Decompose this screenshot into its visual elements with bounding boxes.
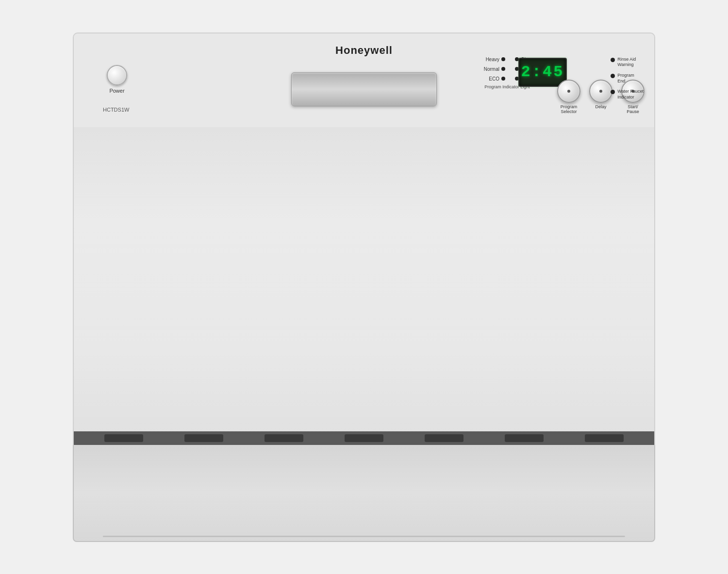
rinse-aid-row: Rinse AidWarning (611, 57, 644, 68)
program-selector-knob[interactable] (557, 80, 580, 103)
vent-slot-5 (425, 434, 463, 442)
vent-slot-2 (184, 434, 223, 442)
normal-label: Normal (479, 66, 499, 72)
program-end-row: ProgramEnd (611, 73, 644, 84)
bottom-tray (73, 445, 655, 542)
delay-knob-dot (599, 90, 602, 93)
model-number: HCTDS1W (103, 107, 129, 113)
vent-slot-3 (265, 434, 303, 442)
vent-slot-7 (585, 434, 624, 442)
dishwasher: Honeywell Power HCTDS1W Heavy Glass Norm… (73, 33, 655, 542)
control-panel: Honeywell Power HCTDS1W Heavy Glass Norm… (73, 33, 655, 127)
eco-led (501, 77, 505, 81)
normal-led (501, 67, 505, 71)
brand-title: Honeywell (335, 44, 393, 57)
water-faucet-row: Water FaucetIndicator (611, 89, 644, 100)
main-door (73, 127, 655, 445)
heavy-label: Heavy (479, 57, 499, 62)
vent-slot-6 (505, 434, 544, 442)
rinse-aid-led (611, 58, 615, 62)
program-selector-label: ProgramSelector (561, 104, 578, 115)
vent-slot-1 (104, 434, 143, 442)
program-selector-group: ProgramSelector (557, 80, 580, 115)
display-time: 2:45 (521, 63, 564, 81)
vent-slot-4 (345, 434, 383, 442)
start-pause-label: Start/Pause (627, 104, 639, 115)
vent-strip (74, 431, 654, 445)
power-button[interactable] (107, 65, 127, 85)
water-faucet-led (611, 90, 615, 94)
delay-knob[interactable] (589, 80, 612, 103)
heavy-led (501, 57, 505, 61)
bottom-tray-detail (103, 536, 625, 537)
right-indicators-section: Rinse AidWarning ProgramEnd Water Faucet… (611, 57, 644, 100)
delay-group: Delay (589, 80, 612, 110)
door-handle[interactable] (291, 72, 437, 106)
program-end-led (611, 74, 615, 78)
delay-label: Delay (595, 104, 606, 110)
rinse-aid-label: Rinse AidWarning (617, 57, 636, 68)
water-faucet-label: Water FaucetIndicator (617, 89, 644, 100)
power-button-area: Power (107, 65, 127, 94)
program-end-label: ProgramEnd (617, 73, 634, 84)
power-label: Power (109, 88, 124, 94)
eco-label: ECO (479, 76, 499, 82)
knob-center-dot (567, 90, 570, 93)
